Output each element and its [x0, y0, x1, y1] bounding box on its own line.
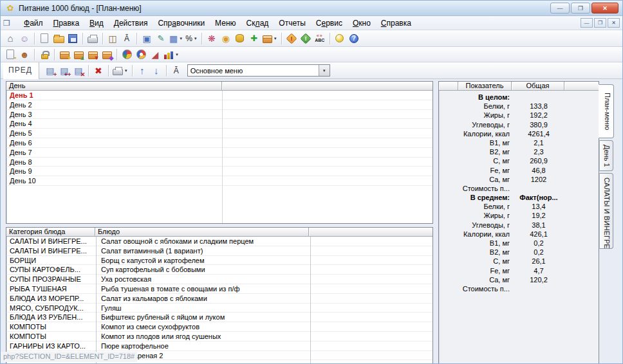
save-button[interactable]	[66, 32, 80, 46]
help-button[interactable]: ?	[347, 32, 361, 46]
print-button[interactable]	[86, 32, 100, 46]
menu-edit[interactable]: Правка	[48, 17, 85, 29]
menu-type-select[interactable]: Основное меню ▼	[187, 64, 330, 77]
box-in-icon: ▲	[74, 51, 84, 59]
dish-name: Компот из плодов или ягод сушеных	[95, 332, 309, 341]
menu-help[interactable]: Справка	[376, 17, 416, 29]
day-row[interactable]: День 5	[6, 129, 432, 138]
dish-row[interactable]: КОМПОТЫКомпот из плодов или ягод сушеных	[6, 332, 432, 341]
dish-category: СУПЫ ПРОЗРАЧНЫЕ	[6, 275, 95, 284]
restore-button[interactable]: ❐	[571, 3, 590, 14]
globe-button[interactable]: ◉	[219, 32, 233, 46]
menu-actions[interactable]: Действия	[109, 17, 153, 29]
day-row[interactable]: День 4	[6, 119, 432, 129]
box-stock-button[interactable]: ●	[57, 48, 71, 62]
user-group-button[interactable]: ☻	[17, 48, 32, 62]
add-rows-button[interactable]: ▤++	[57, 64, 71, 78]
side-tab-3[interactable]: САЛАТЫ И ВИНЕГРЕТЫ	[599, 173, 613, 249]
day-row[interactable]: День 8	[6, 158, 432, 167]
dish-row[interactable]: РЫБА ТУШЕНАЯРыба тушеная в томате с овощ…	[6, 284, 432, 294]
dish-row[interactable]: КОМПОТЫКомпот из смеси сухофруктов	[6, 322, 432, 332]
percent-dropdown-icon[interactable]: ▼	[194, 37, 198, 41]
percent-button[interactable]: %▼	[184, 32, 199, 46]
bulb-button[interactable]	[333, 32, 347, 46]
star-cluster-button[interactable]: ❋	[205, 32, 219, 46]
menu-view[interactable]: Вид	[84, 17, 109, 29]
delete-row-button[interactable]: ▤✕	[71, 64, 86, 78]
mdi-minimize-button[interactable]: —	[581, 18, 593, 28]
window-title: Питание 1000 блюд - [План-меню]	[19, 4, 142, 13]
book-button[interactable]: ▣	[140, 32, 154, 46]
warning-green-button[interactable]: !	[299, 32, 313, 46]
app-icon[interactable]: ✿	[5, 3, 16, 14]
bar-chart-dropdown-icon[interactable]: ▼	[175, 53, 179, 57]
side-tab-1[interactable]: План-меню	[599, 84, 614, 138]
grid-dropdown-icon[interactable]: ▼	[179, 37, 183, 41]
find-in-book-button[interactable]: ◫	[106, 32, 120, 46]
open-folder-button[interactable]	[51, 32, 66, 46]
lock-document-button[interactable]: ▪	[3, 48, 17, 62]
day-row[interactable]: День 10	[6, 176, 432, 186]
menu-window[interactable]: Окно	[348, 17, 376, 29]
bar-chart-button[interactable]: ▼	[162, 48, 180, 62]
pie-chart-button[interactable]	[120, 48, 134, 62]
user-accounts-button[interactable]: ☺	[17, 32, 32, 46]
move-up-button[interactable]: ↑	[135, 64, 149, 78]
menu-service[interactable]: Сервис	[311, 17, 348, 29]
donut-chart-button[interactable]	[134, 48, 148, 62]
dish-row[interactable]: МЯСО, СУБПРОДУК...Гуляш	[6, 304, 432, 313]
grid-button[interactable]: ▦▼	[168, 32, 184, 46]
dish-row[interactable]: СУПЫ ПРОЗРАЧНЫЕУха ростовская	[6, 275, 432, 284]
separator	[201, 33, 202, 44]
delete-button[interactable]: ✖	[91, 64, 106, 78]
padlock-button[interactable]	[37, 48, 51, 62]
document-icon[interactable]: ❒	[3, 19, 15, 28]
database-button[interactable]	[233, 32, 247, 46]
day-row[interactable]: День 7	[6, 148, 432, 158]
area-chart-button[interactable]: ◢	[148, 48, 162, 62]
menu-menu[interactable]: Меню	[210, 17, 241, 29]
add-row-button[interactable]: ▤+	[43, 64, 57, 78]
day-row[interactable]: День 2	[6, 100, 432, 110]
spellcheck-button[interactable]: «»ABC	[313, 32, 327, 46]
menu-stock[interactable]: Склад	[241, 17, 274, 29]
dish-row[interactable]: САЛАТЫ И ВИНЕГРЕ...Салат витаминный (1 в…	[6, 246, 432, 256]
minimize-button[interactable]: —	[550, 3, 570, 14]
font-button[interactable]: Ā	[120, 32, 134, 46]
print-menu-icon	[113, 69, 123, 75]
day-row[interactable]: День 9	[6, 167, 432, 176]
menu-reports[interactable]: Отчеты	[274, 17, 310, 29]
move-down-button[interactable]: ↓	[149, 64, 163, 78]
new-document-button[interactable]	[37, 32, 51, 46]
box-in-button[interactable]: ▲	[71, 48, 86, 62]
print-menu-button[interactable]: ▼	[111, 64, 129, 78]
edit-grid-button[interactable]: ✎	[154, 32, 168, 46]
mdi-restore-button[interactable]: ❐	[594, 18, 606, 28]
day-row[interactable]: День 1	[6, 91, 432, 100]
font-pred-button[interactable]: Ā	[169, 64, 183, 78]
print-menu-dropdown-icon[interactable]: ▼	[124, 69, 128, 73]
combo-dropdown-icon[interactable]: ▼	[319, 65, 330, 76]
dish-row[interactable]: БОРЩИБорщ с капустой и картофелем	[6, 256, 432, 266]
day-row[interactable]: День 3	[6, 110, 432, 120]
products-box-button[interactable]: ▼	[261, 32, 279, 46]
dish-row[interactable]: БЛЮДА ИЗ РУБЛЕН...Бифштекс рубленый с яй…	[6, 313, 432, 322]
dishes-panel: Категория блюда Блюдо САЛАТЫ И ВИНЕГРЕ..…	[6, 227, 433, 364]
box-move-button[interactable]: ◆	[100, 48, 114, 62]
dish-row[interactable]: САЛАТЫ И ВИНЕГРЕ...Салат овощной с яблок…	[6, 237, 432, 246]
close-button[interactable]: ✕	[591, 3, 618, 14]
day-row[interactable]: День 6	[6, 138, 432, 148]
side-tab-2[interactable]: День 1	[599, 140, 613, 171]
box-out-button[interactable]: ▼	[86, 48, 100, 62]
products-box-dropdown-icon[interactable]: ▼	[274, 37, 277, 41]
mdi-close-button[interactable]: ✕	[608, 18, 620, 28]
menu-file[interactable]: Файл	[19, 17, 48, 29]
dish-row[interactable]: БЛЮДА ИЗ МОРЕПР...Салат из кальмаров с я…	[6, 294, 432, 304]
menu-references[interactable]: Справочники	[153, 17, 210, 29]
home-button[interactable]: ⌂	[3, 32, 17, 46]
dish-row[interactable]: СУПЫ КАРТОФЕЛЬ...Суп картофельный с бобо…	[6, 265, 432, 275]
warning-orange-button[interactable]: !	[284, 32, 299, 46]
add-button[interactable]: ✚	[247, 32, 261, 46]
dish-row[interactable]: ГАРНИРЫ ИЗ КАРТО...Пюре картофельное	[6, 341, 432, 351]
nutrition-label: B2, мг	[439, 248, 511, 257]
